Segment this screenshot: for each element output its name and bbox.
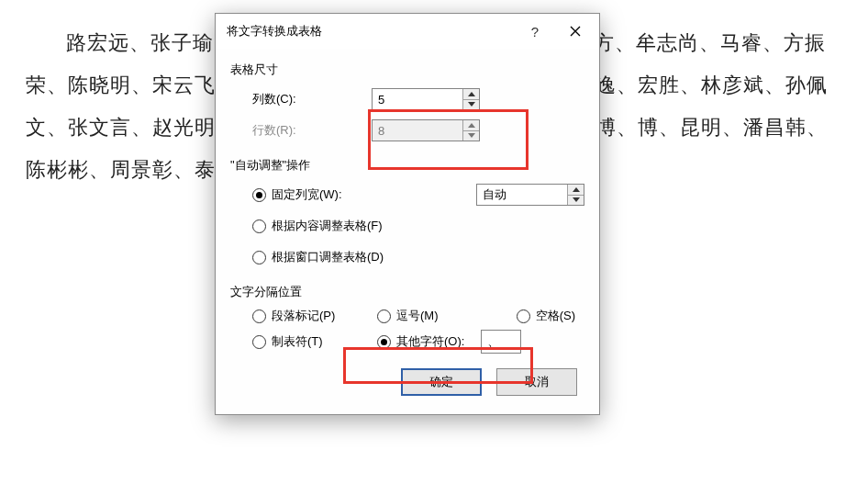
fit-content-label: 根据内容调整表格(F): [272, 218, 383, 234]
triangle-up-icon: [573, 187, 580, 192]
ok-button[interactable]: 确定: [401, 368, 482, 396]
fit-window-radio[interactable]: 根据窗口调整表格(D): [252, 249, 384, 265]
columns-up-button[interactable]: [463, 89, 479, 100]
columns-row: 列数(C): 5: [230, 85, 584, 113]
radio-icon: [517, 309, 530, 323]
cancel-button[interactable]: 取消: [496, 368, 577, 396]
fit-window-row: 根据窗口调整表格(D): [230, 243, 584, 271]
fit-content-radio[interactable]: 根据内容调整表格(F): [252, 218, 383, 234]
radio-icon: [377, 309, 391, 323]
triangle-up-icon: [468, 92, 475, 96]
radio-icon: [252, 335, 266, 349]
sep-other-label: 其他字符(O):: [396, 333, 464, 350]
columns-label: 列数(C):: [252, 91, 372, 107]
sep-comma-radio[interactable]: 逗号(M): [377, 308, 487, 324]
help-button[interactable]: ?: [515, 17, 555, 45]
rows-label: 行数(R):: [252, 122, 372, 139]
rows-up-button: [463, 120, 479, 131]
fixed-width-label: 固定列宽(W):: [272, 186, 342, 203]
rows-value: 8: [373, 120, 462, 141]
fixed-width-value[interactable]: 自动: [477, 185, 567, 205]
fixed-width-down-button[interactable]: [568, 196, 584, 206]
radio-icon: [252, 188, 266, 202]
sep-other-char-input[interactable]: 、: [481, 330, 521, 354]
triangle-down-icon: [573, 197, 580, 202]
table-size-section-label: 表格尺寸: [230, 62, 584, 78]
dialog-titlebar: 将文字转换成表格 ?: [216, 14, 599, 49]
sep-paragraph-label: 段落标记(P): [272, 308, 335, 324]
convert-text-to-table-dialog: 将文字转换成表格 ? 表格尺寸 列数(C): 5 行数(R): 8: [215, 13, 600, 415]
dialog-button-row: 确定 取消: [230, 359, 584, 399]
rows-arrows: [462, 120, 479, 141]
fixed-width-up-button[interactable]: [568, 185, 584, 196]
radio-icon: [377, 335, 391, 349]
radio-icon: [252, 219, 266, 233]
rows-spinner: 8: [372, 119, 480, 141]
fit-content-row: 根据内容调整表格(F): [230, 212, 584, 240]
radio-icon: [252, 251, 266, 264]
columns-spinner[interactable]: 5: [372, 88, 480, 110]
dialog-body: 表格尺寸 列数(C): 5 行数(R): 8 "自动调整"操作: [216, 49, 599, 414]
columns-arrows[interactable]: [462, 89, 479, 109]
fit-window-label: 根据窗口调整表格(D): [272, 249, 384, 265]
sep-comma-label: 逗号(M): [396, 308, 439, 324]
sep-tab-radio[interactable]: 制表符(T): [252, 333, 361, 350]
separator-section-label: 文字分隔位置: [230, 284, 584, 300]
radio-icon: [252, 309, 266, 323]
columns-value[interactable]: 5: [373, 89, 462, 109]
sep-tab-label: 制表符(T): [272, 333, 323, 350]
rows-down-button: [463, 131, 479, 141]
dialog-title: 将文字转换成表格: [227, 23, 515, 39]
close-button[interactable]: [555, 17, 595, 45]
rows-row: 行数(R): 8: [230, 117, 584, 144]
triangle-up-icon: [468, 123, 475, 128]
sep-other-radio[interactable]: 其他字符(O):: [377, 333, 464, 350]
fixed-width-row: 固定列宽(W): 自动: [230, 181, 584, 208]
close-icon: [570, 26, 581, 37]
sep-paragraph-radio[interactable]: 段落标记(P): [252, 308, 361, 324]
fixed-width-arrows[interactable]: [567, 185, 584, 205]
separator-row-1: 段落标记(P) 逗号(M) 空格(S): [230, 308, 584, 324]
triangle-down-icon: [468, 133, 475, 138]
columns-down-button[interactable]: [463, 100, 479, 110]
triangle-down-icon: [468, 102, 475, 107]
fixed-width-radio[interactable]: 固定列宽(W):: [252, 186, 342, 203]
autofit-section-label: "自动调整"操作: [230, 157, 584, 174]
separator-row-2: 制表符(T) 其他字符(O): 、: [230, 330, 584, 354]
fixed-width-spinner[interactable]: 自动: [476, 184, 584, 206]
sep-space-label: 空格(S): [536, 308, 575, 324]
sep-space-radio[interactable]: 空格(S): [517, 308, 575, 324]
